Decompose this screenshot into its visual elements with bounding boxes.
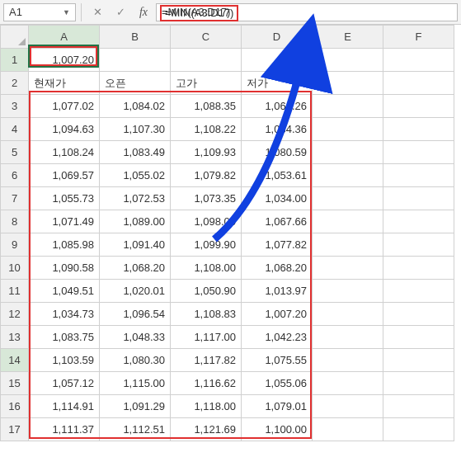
cell[interactable]: 1,091.29 <box>100 395 171 418</box>
cell[interactable] <box>313 49 383 72</box>
cell[interactable] <box>383 395 454 418</box>
cell[interactable]: 1,117.82 <box>171 349 242 372</box>
cell[interactable]: 1,088.35 <box>171 95 242 118</box>
cell[interactable] <box>383 326 454 349</box>
cell[interactable]: 1,048.33 <box>100 326 171 349</box>
row-header[interactable]: 3 <box>1 95 29 118</box>
cell[interactable]: 1,116.62 <box>171 372 242 395</box>
cell[interactable]: 1,099.90 <box>171 233 242 257</box>
cell-D2[interactable]: 저가 <box>242 72 313 95</box>
cell[interactable]: 1,055.73 <box>29 187 100 210</box>
cell[interactable] <box>313 280 383 303</box>
cell[interactable] <box>171 49 242 72</box>
cell[interactable]: 1,108.22 <box>171 118 242 141</box>
row-header[interactable]: 15 <box>1 372 29 395</box>
row-header[interactable]: 7 <box>1 187 29 210</box>
fx-icon[interactable]: fx <box>133 3 154 21</box>
row-header[interactable]: 10 <box>1 257 29 280</box>
cell[interactable] <box>383 303 454 326</box>
name-box[interactable]: A1 ▼ <box>3 3 76 21</box>
col-header-A[interactable]: A <box>29 26 100 49</box>
cell[interactable]: 1,071.49 <box>29 210 100 233</box>
cell[interactable]: 1,084.02 <box>100 95 171 118</box>
cell[interactable]: 1,080.30 <box>100 349 171 372</box>
cell[interactable]: 1,073.35 <box>171 187 242 210</box>
row-header[interactable]: 6 <box>1 164 29 187</box>
cell[interactable]: 1,108.24 <box>29 141 100 164</box>
row-header[interactable]: 5 <box>1 141 29 164</box>
cell[interactable]: 1,034.73 <box>29 303 100 326</box>
formula-input[interactable]: =MIN(A3:D17) =MIN(A3:D17) <box>156 3 458 21</box>
row-header[interactable]: 16 <box>1 395 29 418</box>
cell[interactable]: 1,034.00 <box>242 187 313 210</box>
cell[interactable] <box>313 118 383 141</box>
cell[interactable]: 1,050.90 <box>171 280 242 303</box>
cell[interactable] <box>242 49 313 72</box>
cell[interactable]: 1,117.00 <box>171 326 242 349</box>
cell[interactable]: 1,068.20 <box>100 257 171 280</box>
cell[interactable]: 1,108.00 <box>171 257 242 280</box>
col-header-D[interactable]: D <box>242 26 313 49</box>
cell[interactable] <box>383 49 454 72</box>
cell[interactable]: 1,091.40 <box>100 233 171 257</box>
cell[interactable]: 1,084.36 <box>242 118 313 141</box>
row-header[interactable]: 14 <box>1 349 29 372</box>
row-header[interactable]: 4 <box>1 118 29 141</box>
cell[interactable]: 1,013.97 <box>242 280 313 303</box>
row-header[interactable]: 12 <box>1 303 29 326</box>
cell[interactable]: 1,103.59 <box>29 349 100 372</box>
cell-A1[interactable]: 1,007.20 <box>29 49 100 72</box>
cell[interactable]: 1,083.75 <box>29 326 100 349</box>
cell[interactable] <box>383 118 454 141</box>
cell[interactable]: 1,069.57 <box>29 164 100 187</box>
cell[interactable] <box>383 233 454 257</box>
select-all-corner[interactable] <box>1 26 29 49</box>
cell[interactable] <box>313 326 383 349</box>
cell[interactable]: 1,077.82 <box>242 233 313 257</box>
row-header[interactable]: 13 <box>1 326 29 349</box>
spreadsheet-grid[interactable]: A B C D E F 1 1,007.20 2 현재가 오픈 고가 저가 31… <box>0 25 461 441</box>
cell[interactable] <box>313 418 383 441</box>
cell[interactable] <box>313 349 383 372</box>
col-header-B[interactable]: B <box>100 26 171 49</box>
cell[interactable]: 1,107.30 <box>100 118 171 141</box>
cell[interactable]: 1,020.01 <box>100 280 171 303</box>
cell[interactable]: 1,042.23 <box>242 326 313 349</box>
col-header-E[interactable]: E <box>313 26 383 49</box>
cell[interactable] <box>383 187 454 210</box>
cell[interactable] <box>383 372 454 395</box>
cell[interactable]: 1,055.06 <box>242 372 313 395</box>
cell[interactable]: 1,077.02 <box>29 95 100 118</box>
row-header[interactable]: 17 <box>1 418 29 441</box>
cell[interactable]: 1,121.69 <box>171 418 242 441</box>
cell[interactable] <box>313 210 383 233</box>
cell[interactable] <box>383 95 454 118</box>
cell[interactable]: 1,089.00 <box>100 210 171 233</box>
cell[interactable] <box>383 164 454 187</box>
cell[interactable]: 1,100.00 <box>242 418 313 441</box>
cell[interactable]: 1,098.00 <box>171 210 242 233</box>
cell[interactable] <box>383 280 454 303</box>
cell[interactable] <box>313 141 383 164</box>
cell[interactable]: 1,049.51 <box>29 280 100 303</box>
cell[interactable] <box>313 372 383 395</box>
cell[interactable] <box>313 95 383 118</box>
cell[interactable]: 1,109.93 <box>171 141 242 164</box>
row-header[interactable]: 8 <box>1 210 29 233</box>
cell[interactable] <box>383 418 454 441</box>
cell[interactable]: 1,112.51 <box>100 418 171 441</box>
cell[interactable]: 1,068.20 <box>242 257 313 280</box>
cell[interactable]: 1,083.49 <box>100 141 171 164</box>
cell[interactable] <box>313 233 383 257</box>
cell[interactable]: 1,064.26 <box>242 95 313 118</box>
cell[interactable]: 1,079.82 <box>171 164 242 187</box>
cell[interactable] <box>383 210 454 233</box>
cell[interactable]: 1,085.98 <box>29 233 100 257</box>
col-header-C[interactable]: C <box>171 26 242 49</box>
dropdown-icon[interactable]: ▼ <box>63 8 70 16</box>
cell[interactable] <box>313 257 383 280</box>
cell[interactable]: 1,007.20 <box>242 303 313 326</box>
cell[interactable] <box>313 303 383 326</box>
cell[interactable]: 1,108.83 <box>171 303 242 326</box>
cell[interactable]: 1,115.00 <box>100 372 171 395</box>
